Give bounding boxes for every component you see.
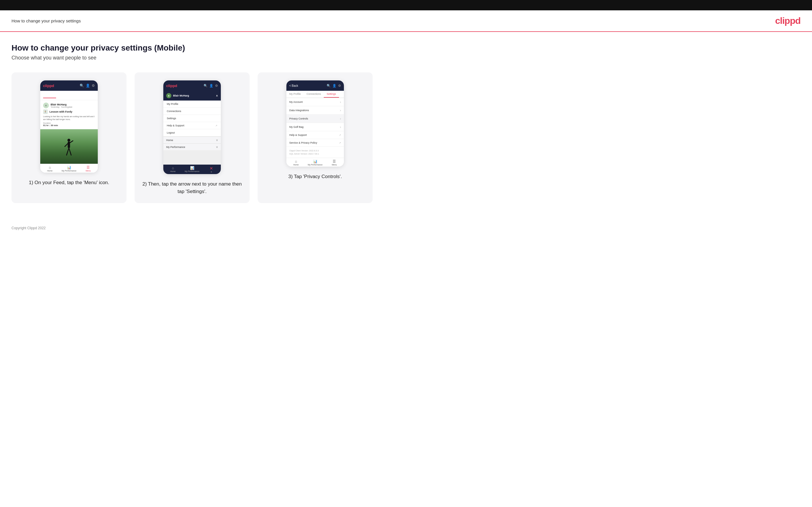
main-content: How to change your privacy settings (Mob… bbox=[0, 32, 812, 220]
p2-bottom-nav: ⌂ Home 📊 My Performance ✕ ✕ bbox=[163, 165, 221, 174]
p1-performance-nav[interactable]: 📊 My Performance bbox=[59, 165, 79, 172]
p1-settings-icon: ⚙ bbox=[92, 83, 95, 88]
p3-service-privacy[interactable]: Service & Privacy Policy ↗ bbox=[287, 139, 344, 147]
p3-version-line2: GQL Server Version: 2022.7.30-1 bbox=[289, 152, 341, 155]
p1-poster-sub: Yesterday · Sunningdale bbox=[51, 106, 72, 108]
p2-settings-icon: ⚙ bbox=[215, 84, 218, 88]
p3-menu-label: Menu bbox=[332, 164, 337, 166]
p2-logo: clippd bbox=[166, 83, 177, 88]
phone-1-mockup: clippd 🔍 👤 ⚙ Feed B Blair bbox=[40, 80, 98, 173]
p2-performance-nav[interactable]: 📊 My Performance bbox=[183, 166, 202, 173]
p2-home-label: Home bbox=[166, 139, 173, 142]
p1-search-icon: 🔍 bbox=[80, 83, 84, 88]
p3-performance-label: My Performance bbox=[308, 164, 322, 166]
p2-ext-icon: ↗ bbox=[215, 124, 217, 127]
logo: clippd bbox=[775, 15, 801, 26]
p3-tab-my-profile[interactable]: My Profile bbox=[287, 91, 304, 98]
p3-performance-nav[interactable]: 📊 My Performance bbox=[306, 159, 325, 166]
steps-container: clippd 🔍 👤 ⚙ Feed B Blair bbox=[11, 72, 801, 203]
p2-performance-section[interactable]: My Performance ∨ bbox=[163, 143, 221, 150]
p3-tabs: My Profile Connections Settings bbox=[287, 91, 344, 98]
p1-lesson-row: 🏌 Lesson with Fordy bbox=[43, 109, 95, 114]
p2-performance-label-nav: My Performance bbox=[185, 170, 199, 172]
p2-menu-logout[interactable]: Logout bbox=[163, 129, 221, 136]
p3-search-icon: 🔍 bbox=[326, 84, 331, 88]
p3-help-ext-icon: ↗ bbox=[339, 134, 341, 136]
p3-data-integrations[interactable]: Data Integrations › bbox=[287, 106, 344, 115]
p1-home-label: Home bbox=[47, 170, 53, 172]
p3-menu-icon: ☰ bbox=[333, 159, 336, 163]
p3-privacy-controls[interactable]: Privacy Controls › bbox=[287, 115, 344, 123]
phone-2-mockup: clippd 🔍 👤 ⚙ B Blair McHarg ∧ bbox=[163, 80, 221, 174]
p2-close-nav[interactable]: ✕ ✕ bbox=[202, 166, 221, 173]
p1-menu-icon: ☰ bbox=[87, 165, 90, 169]
p1-logo: clippd bbox=[43, 83, 54, 88]
p1-user-icon: 👤 bbox=[86, 83, 90, 88]
svg-point-0 bbox=[67, 139, 70, 142]
svg-line-2 bbox=[67, 148, 69, 155]
p2-user-row[interactable]: B Blair McHarg ∧ bbox=[163, 91, 221, 101]
p2-menu-settings[interactable]: Settings bbox=[163, 115, 221, 122]
step-1-card: clippd 🔍 👤 ⚙ Feed B Blair bbox=[11, 72, 126, 203]
p2-bg-overlay bbox=[163, 150, 221, 165]
p2-home-label-nav: Home bbox=[170, 170, 176, 172]
p3-tab-settings[interactable]: Settings bbox=[324, 91, 339, 98]
p2-close-icon: ✕ bbox=[210, 166, 213, 171]
p2-menu-my-profile[interactable]: My Profile bbox=[163, 101, 221, 108]
p3-user-icon: 👤 bbox=[333, 84, 337, 88]
p1-golf-image bbox=[40, 129, 98, 164]
p2-user-name: Blair McHarg bbox=[173, 94, 189, 97]
p3-home-nav[interactable]: ⌂ Home bbox=[287, 159, 306, 166]
p1-menu-label: Menu bbox=[86, 170, 91, 172]
p2-menu-label-nav: ✕ bbox=[210, 171, 212, 173]
p2-dropdown: My Profile Connections Settings Help & S… bbox=[163, 101, 221, 136]
p2-menu-connections[interactable]: Connections bbox=[163, 108, 221, 115]
p2-performance-label: My Performance bbox=[166, 146, 185, 149]
p1-menu-nav[interactable]: ☰ Menu bbox=[79, 165, 98, 172]
step-1-caption: 1) On your Feed, tap the 'Menu' icon. bbox=[29, 179, 109, 186]
p3-help-support[interactable]: Help & Support ↗ bbox=[287, 131, 344, 139]
p3-my-account-chevron: › bbox=[340, 100, 341, 104]
p1-lesson-title: Lesson with Fordy bbox=[49, 110, 72, 113]
svg-line-3 bbox=[69, 148, 71, 155]
p3-settings-list: My Account › Data Integrations › Privacy… bbox=[287, 98, 344, 147]
p1-post: B Blair McHarg Yesterday · Sunningdale 🏌… bbox=[40, 100, 98, 129]
p3-version-block: Clippd Client Version: 2022.8.3-3 GQL Se… bbox=[287, 147, 344, 158]
step-3-card: < Back 🔍 👤 ⚙ My Profile Connections Sett… bbox=[258, 72, 373, 203]
top-bar bbox=[0, 0, 812, 10]
p1-bottom-nav: ⌂ Home 📊 My Performance ☰ Menu bbox=[40, 164, 98, 173]
step-2-caption: 2) Then, tap the arrow next to your name… bbox=[142, 180, 243, 195]
p3-home-label: Home bbox=[293, 164, 299, 166]
p1-home-nav[interactable]: ⌂ Home bbox=[40, 165, 59, 172]
phone-3-mockup: < Back 🔍 👤 ⚙ My Profile Connections Sett… bbox=[287, 80, 344, 167]
page-subheading: Choose what you want people to see bbox=[11, 55, 801, 61]
p3-navbar: < Back 🔍 👤 ⚙ bbox=[287, 80, 344, 91]
p3-menu-nav[interactable]: ☰ Menu bbox=[324, 159, 344, 166]
p1-feed-tab[interactable]: Feed bbox=[43, 92, 56, 98]
step-2-card: clippd 🔍 👤 ⚙ B Blair McHarg ∧ bbox=[135, 72, 250, 203]
p2-home-icon: ⌂ bbox=[172, 166, 174, 170]
footer: Copyright Clippd 2022 bbox=[0, 220, 812, 236]
p3-settings-icon: ⚙ bbox=[338, 84, 341, 88]
p1-duration-label: Duration bbox=[43, 122, 95, 124]
p1-performance-label: My Performance bbox=[61, 170, 76, 172]
p3-home-icon: ⌂ bbox=[295, 159, 297, 163]
p1-poster-info: Blair McHarg Yesterday · Sunningdale bbox=[51, 103, 72, 108]
step-3-caption: 3) Tap 'Privacy Controls'. bbox=[289, 173, 342, 180]
p1-golfer-svg bbox=[63, 138, 75, 161]
p1-home-icon: ⌂ bbox=[49, 165, 51, 169]
p1-performance-icon: 📊 bbox=[67, 165, 71, 169]
p3-back-button[interactable]: < Back bbox=[289, 84, 298, 87]
p3-my-golf-bag[interactable]: My Golf Bag › bbox=[287, 123, 344, 131]
p3-my-account[interactable]: My Account › bbox=[287, 98, 344, 106]
p3-tab-connections[interactable]: Connections bbox=[304, 91, 324, 98]
p2-home-section[interactable]: Home ∨ bbox=[163, 136, 221, 143]
p2-home-chevron: ∨ bbox=[216, 138, 218, 142]
p2-home-nav[interactable]: ⌂ Home bbox=[163, 166, 183, 173]
p1-lesson-icon: 🏌 bbox=[43, 109, 48, 114]
p2-menu-help[interactable]: Help & Support ↗ bbox=[163, 122, 221, 129]
p1-poster-name: Blair McHarg bbox=[51, 103, 72, 106]
p3-privacy-controls-chevron: › bbox=[340, 117, 341, 120]
p3-data-integrations-chevron: › bbox=[340, 109, 341, 112]
p1-avatar: B bbox=[43, 103, 49, 108]
